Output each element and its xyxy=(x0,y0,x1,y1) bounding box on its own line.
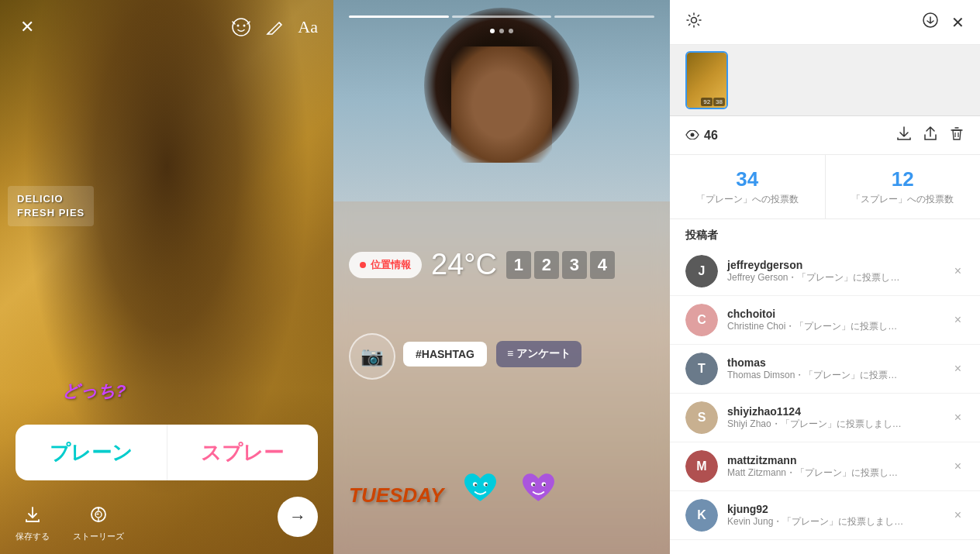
view-action-buttons xyxy=(896,126,964,145)
temperature-display: 24°C xyxy=(431,248,497,281)
view-count-bar: 46 xyxy=(670,116,980,155)
contributor-detail: Jeffrey Gerson・「プレーン」に投票し… xyxy=(727,271,951,284)
contributor-info: kjung92Kevin Jung・「プレーン」に投票しまし… xyxy=(727,503,951,528)
delete-button[interactable] xyxy=(949,126,964,145)
contributor-username: shiyizhao1124 xyxy=(727,405,951,418)
store-text: DELICIOFRESH PIES xyxy=(17,192,85,220)
contributor-detail: Matt Zitzmann・「プレーン」に投票し… xyxy=(727,466,951,480)
download-button[interactable] xyxy=(896,126,912,145)
camera-circle: 📷 xyxy=(349,333,395,380)
purple-heart-sticker[interactable] xyxy=(517,469,560,508)
svg-point-11 xyxy=(475,484,478,487)
tuesday-sticker[interactable]: TUESDAY xyxy=(349,483,443,508)
thumb-numbers: 92 38 xyxy=(701,98,725,106)
thumb-num-2: 38 xyxy=(713,98,725,106)
eye-icon xyxy=(685,129,699,143)
contributor-remove-button[interactable]: × xyxy=(951,505,964,525)
svg-point-12 xyxy=(485,484,488,487)
face-sticker-button[interactable] xyxy=(231,17,251,37)
contributor-row: CchchoitoiChristine Choi・「プレーン」に投票し…× xyxy=(670,296,980,345)
svg-point-0 xyxy=(233,19,250,36)
contributor-remove-button[interactable]: × xyxy=(951,261,964,281)
close-button[interactable]: ✕ xyxy=(16,15,39,39)
text-button[interactable]: Aa xyxy=(298,17,318,37)
contributor-avatar: M xyxy=(685,450,718,483)
poll-count-plain: 34 xyxy=(685,167,809,191)
cyan-heart-sticker[interactable] xyxy=(459,469,502,508)
contributor-remove-button[interactable]: × xyxy=(951,359,964,379)
left-story-panel: DELICIOFRESH PIES ✕ xyxy=(0,0,333,554)
story-label: ストーリーズ xyxy=(73,531,124,542)
poll-box[interactable]: プレーン スプレー xyxy=(16,425,318,480)
next-arrow-icon: → xyxy=(289,507,306,527)
contributor-info: shiyizhao1124Shiyi Zhao・「プレーン」に投票しまし… xyxy=(727,405,951,431)
contributor-detail: Christine Choi・「プレーン」に投票し… xyxy=(727,320,951,333)
view-count-number: 46 xyxy=(704,129,718,143)
time-digit-3: 3 xyxy=(562,251,587,279)
contributor-username: chchoitoi xyxy=(727,308,951,320)
contributor-detail: Kevin Jung・「プレーン」に投票しまし… xyxy=(727,515,951,528)
location-sticker[interactable]: 位置情報 xyxy=(349,252,422,278)
right-top-bar: ✕ xyxy=(670,0,980,45)
svg-point-1 xyxy=(237,25,240,27)
svg-point-16 xyxy=(543,484,546,487)
bottom-stickers: TUESDAY xyxy=(349,469,654,508)
hashtag-sticker[interactable]: #HASHTAG xyxy=(403,342,487,366)
share-button[interactable] xyxy=(923,126,938,145)
contributor-avatar: S xyxy=(685,401,718,434)
contributor-remove-button[interactable]: × xyxy=(951,408,964,428)
poll-label-plain: 「プレーン」への投票数 xyxy=(685,193,809,206)
thumb-num-1: 92 xyxy=(701,98,713,106)
contributor-detail: Shiyi Zhao・「プレーン」に投票しまし… xyxy=(727,418,951,431)
contributor-info: jeffreydgersonJeffrey Gerson・「プレーン」に投票し… xyxy=(727,259,951,284)
settings-button[interactable] xyxy=(685,12,702,33)
save-action[interactable]: 保存する xyxy=(16,506,50,542)
camera-icon: 📷 xyxy=(361,346,384,367)
poll-label-spray: 「スプレー」への投票数 xyxy=(841,193,965,206)
poll-option-plain[interactable]: プレーン xyxy=(16,425,167,480)
contributors-list: JjeffreydgersonJeffrey Gerson・「プレーン」に投票し… xyxy=(670,247,980,554)
thumbnail-strip: 92 38 xyxy=(670,45,980,116)
progress-seg-2 xyxy=(452,15,552,18)
contributor-row: TthomasThomas Dimson・「プレーン」に投票…× xyxy=(670,345,980,394)
download-circle-button[interactable] xyxy=(922,12,939,33)
thumbnail-1[interactable]: 92 38 xyxy=(685,51,728,109)
contributors-title: 投稿者 xyxy=(685,229,964,243)
svg-point-19 xyxy=(691,132,695,136)
contributor-info: thomasThomas Dimson・「プレーン」に投票… xyxy=(727,356,951,382)
story-action[interactable]: + ストーリーズ xyxy=(73,506,124,542)
svg-point-7 xyxy=(98,508,99,509)
contributor-username: kjung92 xyxy=(727,503,951,515)
poll-result-spray: 12 「スプレー」への投票数 xyxy=(826,155,981,219)
text-button-label: Aa xyxy=(298,17,318,36)
contributor-info: mattzitzmannMatt Zitzmann・「プレーン」に投票し… xyxy=(727,454,951,480)
sticker-row-1: 位置情報 24°C 1 2 3 4 xyxy=(349,248,654,281)
draw-button[interactable] xyxy=(265,18,284,36)
middle-story-panel: 位置情報 24°C 1 2 3 4 📷 #HASHTAG ≡ アンケート TUE… xyxy=(333,0,670,554)
poll-sticker[interactable]: ≡ アンケート xyxy=(496,341,581,367)
contributor-remove-button[interactable]: × xyxy=(951,310,964,330)
contributor-avatar: K xyxy=(685,499,718,532)
face xyxy=(451,46,552,163)
time-digit-4: 4 xyxy=(590,251,615,279)
contributor-row: Kkjung92Kevin Jung・「プレーン」に投票しまし…× xyxy=(670,491,980,540)
contributor-username: mattzitzmann xyxy=(727,454,951,466)
contributor-remove-button[interactable]: × xyxy=(951,456,964,477)
next-button[interactable]: → xyxy=(278,497,318,537)
contributor-row: Sshiyizhao1124Shiyi Zhao・「プレーン」に投票しまし…× xyxy=(670,394,980,442)
contributor-avatar: C xyxy=(685,304,718,336)
time-digit-1: 1 xyxy=(506,251,531,279)
middle-top-bar xyxy=(333,8,670,33)
dot-2 xyxy=(499,29,504,33)
right-panel: ✕ 92 38 46 xyxy=(670,0,980,554)
poll-result-plain: 34 「プレーン」への投票数 xyxy=(670,155,826,219)
right-top-action-icons: ✕ xyxy=(922,12,964,33)
story-icon: + xyxy=(90,506,107,528)
contributor-avatar: T xyxy=(685,353,718,385)
time-digit-2: 2 xyxy=(534,251,559,279)
camera-area[interactable]: 📷 xyxy=(349,333,395,380)
contributor-info: chchoitoiChristine Choi・「プレーン」に投票し… xyxy=(727,308,951,333)
close-right-button[interactable]: ✕ xyxy=(951,13,964,32)
contributors-header: 投稿者 xyxy=(670,219,980,247)
poll-option-spray[interactable]: スプレー xyxy=(167,425,319,480)
